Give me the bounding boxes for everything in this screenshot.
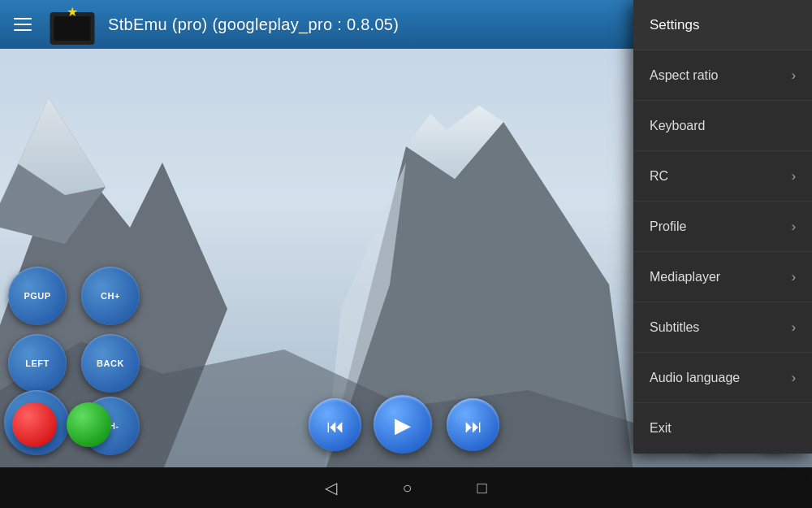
menu-item-rc[interactable]: RC›	[633, 151, 812, 202]
menu-item-mediaplayer[interactable]: Mediaplayer›	[633, 252, 812, 302]
svg-text:⏮: ⏮	[326, 416, 344, 436]
forward-button[interactable]: ⏭	[447, 398, 499, 451]
play-button[interactable]: ▶	[374, 395, 432, 454]
recents-nav-button[interactable]: □	[477, 479, 487, 497]
chevron-right-icon: ›	[792, 320, 796, 335]
menu-item-label: RC	[650, 169, 668, 184]
menu-item-label: Subtitles	[650, 320, 699, 335]
context-menu: SettingsAspect ratio›KeyboardRC›Profile›…	[633, 0, 812, 454]
chevron-right-icon: ›	[792, 68, 796, 83]
menu-item-label: Profile	[650, 219, 686, 234]
back-nav-button[interactable]: ◁	[325, 478, 337, 497]
chevron-right-icon: ›	[792, 371, 796, 385]
menu-item-aspect-ratio[interactable]: Aspect ratio›	[633, 50, 812, 101]
menu-item-label: Settings	[650, 17, 699, 33]
menu-item-profile[interactable]: Profile›	[633, 202, 812, 252]
menu-item-exit[interactable]: Exit	[633, 403, 812, 454]
menu-item-audio-language[interactable]: Audio language›	[633, 353, 812, 403]
chevron-right-icon: ›	[792, 169, 796, 184]
menu-item-keyboard[interactable]: Keyboard	[633, 101, 812, 151]
green-button[interactable]	[67, 402, 111, 447]
menu-item-label: Exit	[650, 421, 672, 436]
left-button[interactable]: LEFT	[8, 334, 67, 393]
rewind-button[interactable]: ⏮	[309, 398, 361, 451]
pgup-button[interactable]: PGUP	[8, 267, 67, 325]
tv-icon: ★	[45, 4, 98, 45]
back-button[interactable]: BACK	[81, 334, 140, 393]
menu-item-settings[interactable]: Settings	[633, 0, 812, 50]
chplus-button[interactable]: CH+	[81, 267, 140, 325]
svg-text:⏭: ⏭	[464, 416, 482, 436]
app-title: StbEmu (pro) (googleplay_pro : 0.8.05)	[108, 15, 399, 34]
menu-item-subtitles[interactable]: Subtitles›	[633, 302, 812, 353]
red-button[interactable]	[12, 402, 57, 447]
star-icon: ★	[67, 4, 78, 20]
hamburger-menu-icon[interactable]	[8, 10, 37, 39]
menu-item-label: Mediaplayer	[650, 270, 720, 284]
home-nav-button[interactable]: ○	[402, 479, 412, 497]
svg-text:▶: ▶	[395, 413, 411, 437]
menu-item-label: Audio language	[650, 371, 740, 385]
menu-item-label: Aspect ratio	[650, 68, 718, 83]
android-navbar: ◁ ○ □	[0, 467, 812, 508]
chevron-right-icon: ›	[792, 219, 796, 234]
tv-screen	[54, 16, 90, 41]
chevron-right-icon: ›	[792, 270, 796, 284]
menu-item-label: Keyboard	[650, 119, 706, 133]
